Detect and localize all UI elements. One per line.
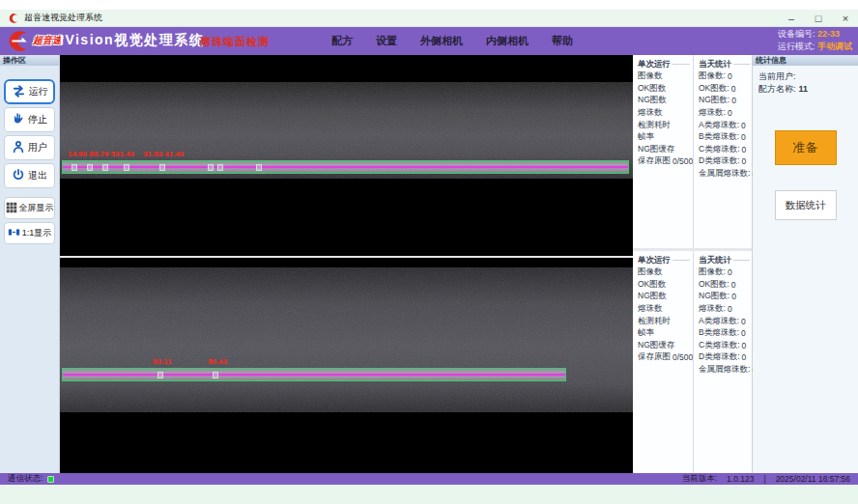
stat-row: 图像数:0 xyxy=(699,266,753,279)
stat-row: NG图缓存 xyxy=(638,340,693,352)
app-title: IVision视觉处理系统 xyxy=(60,32,204,49)
stat-row: 图像数:0 xyxy=(699,70,753,83)
version-label: 当前版本: xyxy=(682,473,717,485)
camera-view-inner: 53.11 56.43 xyxy=(60,258,633,471)
camera-image-inner: 53.11 56.43 xyxy=(60,267,633,412)
stat-row: OK图数 xyxy=(638,83,693,96)
stat-row: 检测耗时 xyxy=(638,119,693,131)
measurement-annotation: 56.43 xyxy=(208,357,227,366)
stat-row: 图像数 xyxy=(638,266,693,279)
prepare-button[interactable]: 准备 xyxy=(775,130,837,165)
menu-item-help[interactable]: 帮助 xyxy=(552,34,573,48)
camera-viewport: 14.98 85.79 531.49 31.53 41.49 53.11 56.… xyxy=(60,55,633,473)
minimize-button[interactable]: – xyxy=(785,10,798,27)
stop-button[interactable]: 停止 xyxy=(4,107,55,132)
window-titlebar: 超音速视觉处理系统 – □ × xyxy=(0,10,858,27)
brand-name: 超音速 xyxy=(33,34,62,47)
comm-status-label: 通信状态: xyxy=(8,473,43,485)
stat-row: A类熔珠数:0 xyxy=(699,119,753,131)
window-controls: – □ × xyxy=(785,10,852,27)
detection-box xyxy=(157,372,163,378)
one-to-one-display-label: 1:1显示 xyxy=(22,227,52,239)
camera-image-outer: 14.98 85.79 531.49 31.53 41.49 xyxy=(60,82,633,179)
stats-group-inner: 单次运行 图像数 OK图数 NG xyxy=(633,251,752,473)
daily-stats-panel: 当天统计 图像数:0 OK图数:0 xyxy=(693,251,753,473)
weld-centerline-overlay xyxy=(63,166,628,168)
statistics-info-panel: 统计信息 当前用户: 配方名称:11 准备 数据统计 xyxy=(753,55,858,473)
stat-row: OK图数:0 xyxy=(699,83,753,96)
detection-box xyxy=(124,164,129,171)
weld-detection-rect xyxy=(62,368,566,381)
stat-row: B类熔珠数:0 xyxy=(699,131,753,144)
menu-item-inner-camera[interactable]: 内侧相机 xyxy=(486,34,529,48)
menu-item-recipe[interactable]: 配方 xyxy=(331,34,353,48)
stat-row: C类熔珠数:0 xyxy=(699,144,753,156)
stats-group-outer: 单次运行 图像数 OK图数 NG xyxy=(633,55,752,251)
single-run-panel: 单次运行 图像数 OK图数 NG xyxy=(633,251,693,473)
user-button-label: 用户 xyxy=(28,141,47,154)
stat-row: NG图数:0 xyxy=(699,95,753,107)
daily-stats-title: 当天统计 xyxy=(699,255,731,266)
single-run-title: 单次运行 xyxy=(638,255,671,266)
run-mode-label: 运行模式: xyxy=(778,42,815,51)
user-button[interactable]: 用户 xyxy=(4,135,55,160)
detection-box xyxy=(256,164,262,171)
app-header: 超音速 IVision视觉处理系统 熔珠端面检测 配方 设置 外侧相机 内侧相机… xyxy=(0,27,858,55)
stat-row: 熔珠数:0 xyxy=(699,303,753,316)
stat-row: 熔珠数:0 xyxy=(699,107,753,120)
desktop-background xyxy=(0,485,858,504)
user-icon xyxy=(12,140,25,155)
maximize-button[interactable]: □ xyxy=(812,10,825,27)
stat-row: A类熔珠数:0 xyxy=(699,315,753,327)
stat-row: D类熔珠数:0 xyxy=(699,155,753,168)
stat-row: 熔珠数 xyxy=(638,303,693,316)
stat-row: 熔珠数 xyxy=(638,107,693,120)
stat-row: 帧率 xyxy=(638,131,693,144)
version-value: 1.0.123 xyxy=(727,474,754,484)
run-button-label: 运行 xyxy=(29,85,48,98)
stat-row: OK图数 xyxy=(638,279,693,292)
stat-row: 金属屑熔珠数:0 xyxy=(699,168,753,181)
exit-button[interactable]: 退出 xyxy=(4,163,55,188)
power-icon xyxy=(12,168,25,183)
ratio-icon xyxy=(8,226,20,240)
stat-row: 帧率 xyxy=(638,327,693,340)
fullscreen-display-button[interactable]: 全屏显示 xyxy=(4,197,55,219)
operation-sidebar: 操作区 运行 xyxy=(0,55,60,473)
data-statistics-button[interactable]: 数据统计 xyxy=(775,190,837,220)
statistics-panels: 单次运行 图像数 OK图数 NG xyxy=(633,55,753,473)
stat-row: 保存原图0/500 xyxy=(638,351,693,364)
recipe-name-value: 11 xyxy=(799,84,809,94)
close-button[interactable]: × xyxy=(839,10,852,27)
menu-item-outer-camera[interactable]: 外侧相机 xyxy=(420,34,463,48)
stat-row: 图像数 xyxy=(638,70,693,83)
measurement-annotation: 53.11 xyxy=(153,357,172,366)
stop-button-label: 停止 xyxy=(28,113,47,126)
stat-row: 金属屑熔珠数:0 xyxy=(699,364,753,377)
measurement-annotation: 14.98 85.79 531.49 xyxy=(68,150,134,158)
detection-box xyxy=(72,164,77,171)
menu-item-settings[interactable]: 设置 xyxy=(376,34,397,48)
stat-row: NG图数 xyxy=(638,95,693,107)
app-logo-icon xyxy=(8,13,19,24)
current-user-label: 当前用户: xyxy=(758,71,796,81)
device-number-label: 设备编号: xyxy=(778,29,815,39)
measurement-annotation: 31.53 41.49 xyxy=(143,150,184,158)
stat-row: NG图缓存 xyxy=(638,144,693,156)
one-to-one-display-button[interactable]: 1:1显示 xyxy=(4,222,55,244)
weld-detection-rect xyxy=(62,160,629,174)
stat-row: NG图数 xyxy=(638,291,693,303)
detection-box xyxy=(102,164,108,171)
comm-status-indicator xyxy=(47,476,54,483)
brand-logo-icon xyxy=(3,29,32,53)
datetime-value: 2025/02/11 16:57:56 xyxy=(776,474,850,484)
detection-box xyxy=(213,372,218,378)
detection-box xyxy=(208,164,214,171)
header-info: 设备编号: 22-33 运行模式: 手动调试 xyxy=(778,28,852,53)
single-run-title: 单次运行 xyxy=(638,59,671,70)
main-menu: 配方 设置 外侧相机 内侧相机 帮助 xyxy=(331,27,573,55)
grid-icon xyxy=(6,202,17,215)
run-button[interactable]: 运行 xyxy=(4,79,55,104)
detection-box xyxy=(217,164,223,171)
run-mode-value: 手动调试 xyxy=(817,42,852,51)
